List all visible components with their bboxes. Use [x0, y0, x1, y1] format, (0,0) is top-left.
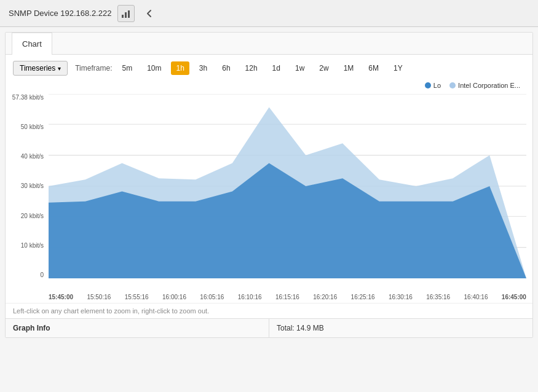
timeframe-1w[interactable]: 1w: [290, 61, 309, 75]
tab-chart[interactable]: Chart: [12, 33, 52, 55]
chart-area: Lo Intel Corporation E... 57.38 kbit/s 5…: [6, 82, 532, 303]
svg-rect-1: [125, 12, 127, 18]
x-label-11: 16:40:16: [464, 294, 488, 300]
legend-label-intel: Intel Corporation E...: [458, 82, 520, 89]
legend-dot-lo: [425, 82, 431, 88]
back-icon: [144, 9, 154, 18]
tab-bar: Chart: [6, 33, 532, 55]
title-bar-text: SNMP Device 192.168.2.222: [9, 9, 111, 18]
controls-bar: Timeseries Timeframe: 5m 10m 1h 3h 6h 12…: [6, 55, 532, 82]
y-label-20: 20 kbit/s: [6, 213, 44, 219]
x-label-5: 16:10:16: [238, 294, 262, 300]
graph-info-total: Total: 14.9 MB: [269, 319, 532, 337]
x-label-0: 15:45:00: [49, 294, 73, 300]
legend-item-intel: Intel Corporation E...: [449, 82, 520, 89]
x-label-9: 16:30:16: [389, 294, 413, 300]
back-button[interactable]: [141, 5, 158, 22]
svg-rect-2: [128, 10, 130, 18]
timeframe-1d[interactable]: 1d: [267, 61, 285, 75]
x-label-8: 16:25:16: [351, 294, 375, 300]
timeframe-1Y[interactable]: 1Y: [389, 61, 408, 75]
timeseries-dropdown[interactable]: Timeseries: [13, 61, 68, 76]
title-bar: SNMP Device 192.168.2.222: [0, 0, 538, 27]
y-top-value: 57.38 kbit/s: [6, 94, 44, 101]
y-label-10: 10 kbit/s: [6, 242, 44, 249]
y-label-50: 50 kbit/s: [6, 123, 44, 130]
y-label-0: 0: [6, 272, 44, 278]
x-label-4: 16:05:16: [200, 294, 224, 300]
timeframe-12h[interactable]: 12h: [240, 61, 263, 75]
x-label-3: 16:00:16: [162, 294, 186, 300]
y-label-30: 30 kbit/s: [6, 182, 44, 189]
legend-item-lo: Lo: [425, 82, 441, 89]
timeframe-3h[interactable]: 3h: [194, 61, 212, 75]
timeframe-1M[interactable]: 1M: [339, 61, 359, 75]
graph-info-label: Graph Info: [6, 319, 269, 337]
x-label-6: 16:15:16: [275, 294, 299, 300]
y-axis: 57.38 kbit/s 50 kbit/s 40 kbit/s 30 kbit…: [6, 94, 47, 278]
chart-icon-button[interactable]: [117, 5, 135, 22]
legend-dot-intel: [449, 82, 456, 88]
x-label-1: 15:50:16: [87, 294, 111, 300]
graph-info: Graph Info Total: 14.9 MB: [6, 318, 532, 337]
x-axis: 15:45:00 15:50:16 15:55:16 16:00:16 16:0…: [49, 294, 526, 300]
legend-label-lo: Lo: [433, 82, 441, 89]
bar-chart-icon: [121, 9, 131, 18]
main-content: Chart Timeseries Timeframe: 5m 10m 1h 3h…: [5, 32, 533, 338]
x-label-12: 16:45:00: [502, 294, 526, 300]
legend: Lo Intel Corporation E...: [425, 82, 520, 89]
x-label-10: 16:35:16: [426, 294, 450, 300]
chart-svg: [49, 94, 526, 278]
chart-svg-container[interactable]: [49, 94, 526, 278]
timeframe-2w[interactable]: 2w: [314, 61, 333, 75]
timeframe-5m[interactable]: 5m: [117, 61, 137, 75]
timeframe-6M[interactable]: 6M: [363, 61, 384, 75]
y-label-40: 40 kbit/s: [6, 153, 44, 160]
timeframe-10m[interactable]: 10m: [142, 61, 166, 75]
x-label-2: 15:55:16: [125, 294, 149, 300]
timeframe-1h[interactable]: 1h: [171, 61, 189, 75]
hint-text: Left-click on any chart element to zoom …: [6, 303, 532, 318]
timeframe-label: Timeframe:: [75, 64, 112, 73]
x-label-7: 16:20:16: [313, 294, 337, 300]
svg-rect-0: [122, 15, 124, 18]
timeframe-6h[interactable]: 6h: [217, 61, 235, 75]
